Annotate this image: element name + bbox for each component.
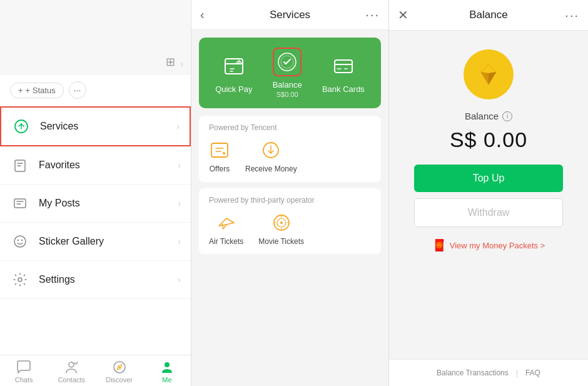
menu-item-services[interactable]: Services ›	[0, 106, 191, 146]
grid-icon: ⊞	[166, 55, 175, 69]
sticker-gallery-label: Sticker Gallery	[39, 236, 178, 247]
nav-discover[interactable]: Discover	[96, 355, 143, 386]
balance-header-title: Balance	[469, 9, 507, 21]
quick-pay-icon-box	[220, 52, 248, 81]
tencent-services-row: Offers Receive Money	[209, 140, 371, 175]
back-button[interactable]: ‹	[200, 8, 205, 22]
my-posts-icon	[10, 193, 30, 213]
withdraw-button[interactable]: Withdraw	[414, 198, 563, 227]
chevron-right-icon: ›	[178, 160, 181, 170]
quick-pay-label: Quick Pay	[215, 84, 252, 94]
menu-item-sticker-gallery[interactable]: Sticker Gallery ›	[0, 223, 191, 261]
movie-tickets-icon	[271, 212, 292, 233]
movie-tickets-label: Movie Tickets	[258, 237, 304, 247]
balance-icon-box	[273, 48, 302, 76]
chevron-right-icon: ›	[180, 59, 183, 69]
settings-label: Settings	[39, 274, 178, 285]
receive-money-icon	[260, 140, 281, 161]
me-label: Me	[162, 376, 171, 383]
chats-icon	[16, 360, 31, 374]
status-label: + Status	[26, 86, 56, 95]
profile-top-area: ⊞ ›	[0, 0, 191, 75]
services-label: Services	[40, 121, 176, 132]
air-tickets-label: Air Tickets	[209, 237, 243, 246]
svg-point-3	[14, 236, 26, 247]
balance-panel: ✕ Balance ··· Balance i S$ 0.00 Top Up W…	[389, 0, 588, 386]
svg-point-16	[223, 152, 225, 155]
svg-point-5	[21, 240, 23, 241]
services-icon	[11, 116, 31, 136]
status-button[interactable]: + + Status	[10, 83, 64, 98]
balance-item[interactable]: Balance S$0.00	[273, 48, 302, 98]
third-party-section: Powered by third-party operator Air Tick…	[199, 188, 381, 255]
settings-icon	[10, 270, 30, 290]
powered-by-tencent: Powered by Tencent	[209, 123, 371, 132]
svg-point-9	[118, 367, 120, 368]
balance-amount: S$ 0.00	[450, 128, 527, 152]
offers-item[interactable]: Offers	[209, 140, 230, 175]
my-posts-label: My Posts	[39, 198, 178, 209]
chevron-right-icon: ›	[176, 121, 180, 131]
me-panel: ⊞ › + + Status ··· Services › Favorite	[0, 0, 191, 386]
bank-cards-icon-box	[329, 52, 358, 81]
quick-pay-item[interactable]: Quick Pay	[215, 52, 252, 94]
bottom-navigation: Chats Contacts Discover	[0, 355, 191, 386]
balance-label-row: Balance i	[465, 111, 512, 121]
contacts-label: Contacts	[58, 376, 85, 383]
services-header: ‹ Services ···	[191, 0, 388, 30]
money-packets-link[interactable]: View my Money Packets >	[450, 241, 545, 250]
money-packets-row[interactable]: 🧧 View my Money Packets >	[432, 238, 545, 252]
menu-item-settings[interactable]: Settings ›	[0, 261, 191, 299]
svg-point-10	[165, 362, 170, 367]
close-button[interactable]: ✕	[398, 8, 408, 23]
nav-contacts[interactable]: Contacts	[48, 355, 95, 386]
balance-content: Balance i S$ 0.00 Top Up Withdraw 🧧 View…	[389, 31, 588, 265]
sticker-gallery-icon	[10, 231, 30, 251]
powered-by-third-party: Powered by third-party operator	[209, 196, 371, 205]
offers-icon	[209, 140, 230, 161]
bank-cards-item[interactable]: Bank Cards	[322, 52, 365, 94]
favorites-label: Favorites	[39, 160, 178, 171]
svg-point-7	[69, 362, 74, 367]
status-row: + + Status ···	[0, 75, 191, 106]
svg-marker-22	[481, 64, 496, 73]
movie-tickets-item[interactable]: Movie Tickets	[258, 212, 304, 247]
nav-me[interactable]: Me	[143, 355, 191, 386]
balance-transactions-link[interactable]: Balance Transactions	[437, 368, 509, 377]
info-icon[interactable]: i	[502, 111, 512, 121]
topup-button[interactable]: Top Up	[414, 165, 563, 192]
chats-label: Chats	[15, 376, 33, 383]
receive-money-label: Receive Money	[245, 165, 297, 175]
balance-text-label: Balance	[465, 111, 499, 121]
discover-icon	[113, 360, 126, 374]
menu-item-favorites[interactable]: Favorites ›	[0, 146, 191, 185]
balance-label: Balance	[273, 80, 302, 89]
receive-money-item[interactable]: Receive Money	[245, 140, 297, 175]
me-icon	[160, 360, 174, 374]
air-tickets-item[interactable]: Air Tickets	[209, 212, 243, 247]
third-party-services-row: Air Tickets Movie Tickets	[209, 212, 371, 247]
chevron-right-icon: ›	[178, 236, 181, 246]
svg-rect-15	[211, 143, 228, 157]
plus-icon: +	[18, 86, 23, 95]
menu-item-my-posts[interactable]: My Posts ›	[0, 185, 191, 223]
svg-point-20	[280, 221, 283, 224]
chevron-right-icon: ›	[178, 275, 181, 285]
footer-divider: |	[516, 368, 518, 377]
more-options-button[interactable]: ···	[565, 8, 579, 23]
services-panel: ‹ Services ··· Quick Pay	[191, 0, 389, 386]
chevron-right-icon: ›	[178, 198, 181, 208]
nav-chats[interactable]: Chats	[0, 355, 48, 386]
contacts-icon	[64, 360, 78, 374]
balance-header: ✕ Balance ···	[389, 0, 588, 31]
svg-point-4	[18, 240, 19, 241]
services-green-card: Quick Pay Balance S$0.00	[199, 38, 381, 108]
offers-label: Offers	[210, 165, 230, 173]
svg-point-6	[18, 278, 22, 282]
faq-link[interactable]: FAQ	[525, 368, 540, 377]
more-options-button[interactable]: ···	[365, 8, 380, 22]
bank-cards-label: Bank Cards	[322, 84, 365, 94]
more-button[interactable]: ···	[69, 81, 86, 99]
svg-rect-2	[14, 199, 26, 208]
balance-footer: Balance Transactions | FAQ	[389, 359, 588, 386]
